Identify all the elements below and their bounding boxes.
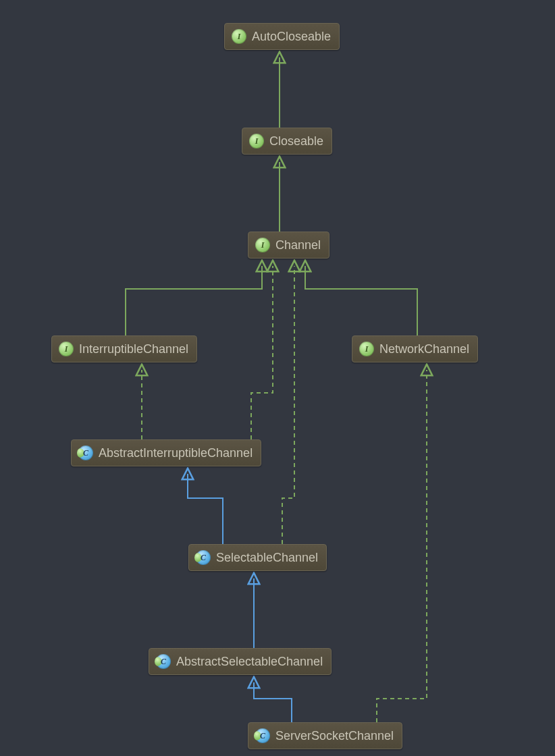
interface-icon: I	[249, 134, 264, 148]
interface-icon: I	[59, 342, 74, 356]
node-label: Closeable	[269, 134, 323, 148]
node-label: AbstractInterruptibleChannel	[99, 446, 253, 460]
interface-icon: I	[255, 238, 270, 252]
node-abstract-interruptible-channel[interactable]: C AbstractInterruptibleChannel	[71, 439, 261, 466]
node-interruptible-channel[interactable]: I InterruptibleChannel	[51, 335, 197, 362]
abstract-class-icon: C	[78, 446, 93, 460]
diagram-edges	[0, 0, 555, 756]
node-network-channel[interactable]: I NetworkChannel	[352, 335, 478, 362]
node-label: ServerSocketChannel	[275, 729, 394, 743]
node-selectable-channel[interactable]: C SelectableChannel	[188, 544, 327, 571]
node-label: Channel	[275, 238, 321, 252]
node-label: AbstractSelectableChannel	[176, 655, 323, 669]
node-channel[interactable]: I Channel	[248, 232, 329, 259]
node-label: NetworkChannel	[379, 342, 469, 356]
node-server-socket-channel[interactable]: C ServerSocketChannel	[248, 722, 402, 749]
interface-icon: I	[232, 29, 246, 44]
abstract-class-icon: C	[196, 550, 211, 565]
node-label: AutoCloseable	[252, 30, 331, 44]
node-autocloseable[interactable]: I AutoCloseable	[224, 23, 340, 50]
interface-icon: I	[359, 342, 374, 356]
abstract-class-icon: C	[255, 728, 270, 743]
node-closeable[interactable]: I Closeable	[242, 128, 332, 155]
node-abstract-selectable-channel[interactable]: C AbstractSelectableChannel	[149, 648, 332, 675]
node-label: SelectableChannel	[216, 551, 318, 565]
node-label: InterruptibleChannel	[79, 342, 188, 356]
abstract-class-icon: C	[156, 654, 171, 669]
